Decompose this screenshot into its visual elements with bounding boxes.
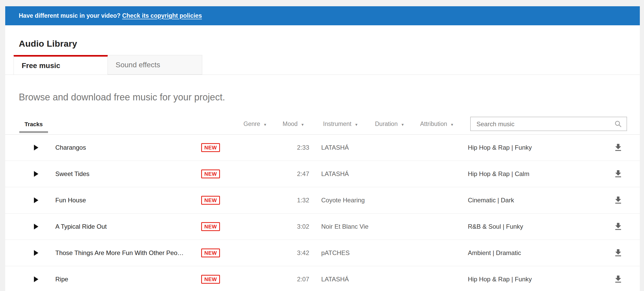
track-title: Fun House — [55, 197, 198, 204]
tab-sound-effects-label: Sound effects — [116, 61, 160, 69]
new-badge: NEW — [201, 143, 220, 152]
track-title: Charangos — [55, 144, 198, 151]
track-artist: LATASHÁ — [321, 276, 457, 283]
track-row[interactable]: Charangos NEW 2:33 LATASHÁ Hip Hop & Rap… — [5, 135, 640, 161]
download-icon — [613, 195, 623, 205]
tab-free-music[interactable]: Free music — [14, 55, 108, 75]
track-title: A Typical Ride Out — [55, 223, 198, 230]
play-button[interactable] — [34, 224, 38, 229]
download-button[interactable] — [613, 143, 623, 153]
toolbar: Tracks Genre▼ Mood▼ Instrument▼ Duration… — [5, 113, 640, 135]
download-icon — [613, 274, 623, 284]
new-badge: NEW — [201, 169, 220, 178]
audio-library-card: Have different music in your video? Chec… — [5, 6, 640, 291]
track-genre-mood: Hip Hop & Rap | Funky — [468, 144, 605, 151]
play-button[interactable] — [34, 197, 38, 203]
copyright-banner: Have different music in your video? Chec… — [5, 6, 640, 25]
track-duration: 3:42 — [225, 249, 309, 257]
track-row[interactable]: Ripe NEW 2:07 LATASHÁ Hip Hop & Rap | Fu… — [5, 266, 640, 291]
track-row[interactable]: A Typical Ride Out NEW 3:02 Noir Et Blan… — [5, 214, 640, 240]
chevron-down-icon: ▼ — [401, 123, 404, 127]
play-button[interactable] — [34, 276, 38, 282]
tab-free-music-label: Free music — [22, 62, 60, 70]
download-button[interactable] — [613, 169, 623, 179]
download-icon — [613, 222, 623, 232]
track-genre-mood: Hip Hop & Rap | Funky — [468, 276, 605, 283]
play-icon — [34, 171, 38, 177]
track-duration: 3:02 — [225, 223, 309, 230]
download-button[interactable] — [613, 248, 623, 258]
copyright-policies-link[interactable]: Check its copyright policies — [122, 12, 202, 19]
play-button[interactable] — [34, 145, 38, 150]
tab-bar: Free music Sound effects — [5, 55, 640, 75]
new-badge: NEW — [201, 222, 220, 231]
filter-mood[interactable]: Mood▼ — [283, 120, 304, 128]
filter-attribution[interactable]: Attribution▼ — [420, 120, 454, 128]
filter-duration[interactable]: Duration▼ — [375, 120, 404, 128]
track-title: Those Things Are More Fun With Other Peo… — [55, 249, 198, 257]
track-artist: Noir Et Blanc Vie — [321, 223, 457, 230]
download-icon — [613, 169, 623, 179]
play-icon — [34, 197, 38, 203]
chevron-down-icon: ▼ — [355, 123, 358, 127]
subtitle: Browse and download free music for your … — [19, 92, 640, 103]
search-input[interactable] — [471, 117, 614, 131]
download-button[interactable] — [613, 274, 623, 284]
track-list: Charangos NEW 2:33 LATASHÁ Hip Hop & Rap… — [5, 135, 640, 291]
tab-sound-effects[interactable]: Sound effects — [108, 55, 202, 75]
filter-genre[interactable]: Genre▼ — [243, 120, 267, 128]
track-duration: 2:07 — [225, 276, 309, 283]
track-row[interactable]: Fun House NEW 1:32 Coyote Hearing Cinema… — [5, 187, 640, 214]
track-artist: LATASHÁ — [321, 144, 457, 151]
track-genre-mood: Ambient | Dramatic — [468, 249, 605, 257]
track-duration: 2:33 — [225, 144, 309, 151]
track-duration: 1:32 — [225, 197, 309, 204]
track-artist: LATASHÁ — [321, 170, 457, 178]
track-row[interactable]: Sweet Tides NEW 2:47 LATASHÁ Hip Hop & R… — [5, 161, 640, 187]
track-title: Sweet Tides — [55, 170, 198, 178]
play-icon — [34, 276, 38, 282]
banner-text: Have different music in your video? — [19, 12, 122, 19]
page-title: Audio Library — [5, 25, 640, 49]
play-icon — [34, 145, 38, 150]
tracks-tab-label: Tracks — [25, 121, 43, 128]
play-icon — [34, 224, 38, 229]
new-badge: NEW — [201, 248, 220, 257]
download-icon — [613, 248, 623, 258]
chevron-down-icon: ▼ — [450, 123, 454, 127]
play-icon — [34, 250, 38, 256]
new-badge: NEW — [201, 275, 220, 284]
tracks-tab[interactable]: Tracks — [19, 121, 48, 133]
play-button[interactable] — [34, 171, 38, 177]
track-artist: pATCHES — [321, 249, 457, 257]
track-genre-mood: Hip Hop & Rap | Calm — [468, 170, 605, 178]
track-genre-mood: Cinematic | Dark — [468, 197, 605, 204]
track-duration: 2:47 — [225, 170, 309, 178]
search-box — [470, 117, 627, 131]
download-icon — [613, 143, 623, 153]
filter-instrument[interactable]: Instrument▼ — [323, 120, 358, 128]
new-badge: NEW — [201, 196, 220, 205]
chevron-down-icon: ▼ — [301, 123, 305, 127]
track-genre-mood: R&B & Soul | Funky — [468, 223, 605, 230]
download-button[interactable] — [613, 195, 623, 205]
search-icon[interactable] — [614, 120, 622, 128]
track-artist: Coyote Hearing — [321, 197, 457, 204]
track-title: Ripe — [55, 276, 198, 283]
track-row[interactable]: Those Things Are More Fun With Other Peo… — [5, 240, 640, 266]
download-button[interactable] — [613, 222, 623, 232]
play-button[interactable] — [34, 250, 38, 256]
chevron-down-icon: ▼ — [263, 123, 267, 127]
